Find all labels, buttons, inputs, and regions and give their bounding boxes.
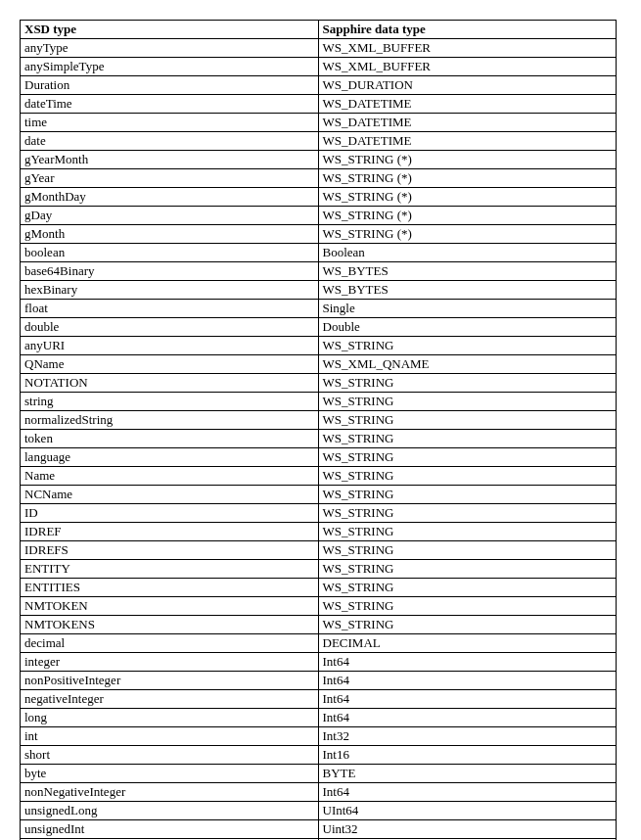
cell-sapphire-type: Int16 (318, 746, 617, 765)
cell-xsd-type: gMonth (21, 225, 319, 244)
cell-sapphire-type: WS_STRING (318, 337, 617, 355)
table-row: IDWS_STRING (21, 504, 617, 523)
cell-xsd-type: unsignedInt (21, 820, 319, 839)
table-row: DurationWS_DURATION (21, 76, 617, 95)
table-row: dateWS_DATETIME (21, 132, 617, 151)
cell-sapphire-type: WS_STRING (318, 579, 617, 597)
table-row: intInt32 (21, 727, 617, 746)
cell-sapphire-type: BYTE (318, 765, 617, 783)
cell-sapphire-type: WS_STRING (318, 541, 617, 560)
cell-xsd-type: nonPositiveInteger (21, 672, 319, 690)
table-row: IDREFSWS_STRING (21, 541, 617, 560)
cell-xsd-type: nonNegativeInteger (21, 783, 319, 802)
cell-xsd-type: short (21, 746, 319, 765)
cell-xsd-type: base64Binary (21, 262, 319, 281)
cell-sapphire-type: Single (318, 300, 617, 318)
cell-sapphire-type: Int64 (318, 653, 617, 672)
cell-sapphire-type: WS_BYTES (318, 281, 617, 300)
table-row: tokenWS_STRING (21, 430, 617, 448)
cell-sapphire-type: WS_STRING (318, 560, 617, 579)
cell-xsd-type: ENTITIES (21, 579, 319, 597)
table-row: QNameWS_XML_QNAME (21, 355, 617, 374)
cell-xsd-type: decimal (21, 634, 319, 653)
cell-xsd-type: Name (21, 467, 319, 486)
table-row: gYearWS_STRING (*) (21, 169, 617, 188)
cell-sapphire-type: WS_STRING (*) (318, 188, 617, 207)
cell-xsd-type: NOTATION (21, 374, 319, 393)
cell-xsd-type: time (21, 114, 319, 132)
cell-xsd-type: int (21, 727, 319, 746)
cell-xsd-type: gYear (21, 169, 319, 188)
header-sapphire-type: Sapphire data type (318, 21, 617, 39)
cell-sapphire-type: WS_STRING (318, 486, 617, 504)
table-row: NMTOKENSWS_STRING (21, 616, 617, 634)
cell-xsd-type: NMTOKEN (21, 597, 319, 616)
cell-xsd-type: gYearMonth (21, 151, 319, 169)
cell-xsd-type: IDREFS (21, 541, 319, 560)
table-row: NCNameWS_STRING (21, 486, 617, 504)
cell-xsd-type: anyURI (21, 337, 319, 355)
table-row: gDayWS_STRING (*) (21, 207, 617, 225)
cell-xsd-type: gMonthDay (21, 188, 319, 207)
table-body: anyTypeWS_XML_BUFFERanySimpleTypeWS_XML_… (21, 39, 617, 841)
table-row: doubleDouble (21, 318, 617, 337)
cell-sapphire-type: WS_STRING (318, 374, 617, 393)
table-row: hexBinary WS_BYTES (21, 281, 617, 300)
header-xsd-type: XSD type (21, 21, 319, 39)
cell-xsd-type: integer (21, 653, 319, 672)
cell-sapphire-type: WS_XML_BUFFER (318, 58, 617, 76)
cell-xsd-type: unsignedLong (21, 802, 319, 820)
cell-sapphire-type: WS_STRING (318, 523, 617, 541)
table-row: byteBYTE (21, 765, 617, 783)
cell-sapphire-type: WS_STRING (*) (318, 169, 617, 188)
cell-xsd-type: hexBinary (21, 281, 319, 300)
table-row: NMTOKENWS_STRING (21, 597, 617, 616)
cell-sapphire-type: WS_STRING (318, 430, 617, 448)
cell-xsd-type: normalizedString (21, 411, 319, 430)
cell-xsd-type: NCName (21, 486, 319, 504)
table-row: nonNegativeIntegerInt64 (21, 783, 617, 802)
cell-sapphire-type: DECIMAL (318, 634, 617, 653)
cell-sapphire-type: Int64 (318, 672, 617, 690)
cell-sapphire-type: WS_STRING (318, 504, 617, 523)
cell-xsd-type: byte (21, 765, 319, 783)
table-row: timeWS_DATETIME (21, 114, 617, 132)
cell-xsd-type: anySimpleType (21, 58, 319, 76)
cell-sapphire-type: Int64 (318, 783, 617, 802)
cell-sapphire-type: Double (318, 318, 617, 337)
table-row: nonPositiveIntegerInt64 (21, 672, 617, 690)
table-row: NameWS_STRING (21, 467, 617, 486)
cell-sapphire-type: WS_STRING (318, 616, 617, 634)
cell-xsd-type: language (21, 448, 319, 467)
cell-xsd-type: ENTITY (21, 560, 319, 579)
cell-sapphire-type: WS_XML_BUFFER (318, 39, 617, 58)
table-row: IDREFWS_STRING (21, 523, 617, 541)
cell-xsd-type: date (21, 132, 319, 151)
table-header-row: XSD type Sapphire data type (21, 21, 617, 39)
cell-xsd-type: Duration (21, 76, 319, 95)
table-row: unsignedLongUInt64 (21, 802, 617, 820)
cell-xsd-type: IDREF (21, 523, 319, 541)
table-row: decimalDECIMAL (21, 634, 617, 653)
cell-sapphire-type: WS_STRING (318, 597, 617, 616)
table-row: floatSingle (21, 300, 617, 318)
cell-xsd-type: negativeInteger (21, 690, 319, 709)
cell-xsd-type: dateTime (21, 95, 319, 114)
table-row: anyTypeWS_XML_BUFFER (21, 39, 617, 58)
table-row: anyURIWS_STRING (21, 337, 617, 355)
cell-xsd-type: float (21, 300, 319, 318)
cell-sapphire-type: Int64 (318, 709, 617, 727)
table-row: NOTATIONWS_STRING (21, 374, 617, 393)
table-row: unsignedIntUint32 (21, 820, 617, 839)
cell-sapphire-type: WS_STRING (*) (318, 225, 617, 244)
cell-xsd-type: gDay (21, 207, 319, 225)
table-row: shortInt16 (21, 746, 617, 765)
cell-sapphire-type: WS_DATETIME (318, 132, 617, 151)
cell-xsd-type: QName (21, 355, 319, 374)
cell-sapphire-type: WS_XML_QNAME (318, 355, 617, 374)
cell-xsd-type: boolean (21, 244, 319, 262)
cell-xsd-type: long (21, 709, 319, 727)
cell-sapphire-type: WS_DATETIME (318, 95, 617, 114)
table-row: dateTimeWS_DATETIME (21, 95, 617, 114)
table-row: normalizedStringWS_STRING (21, 411, 617, 430)
